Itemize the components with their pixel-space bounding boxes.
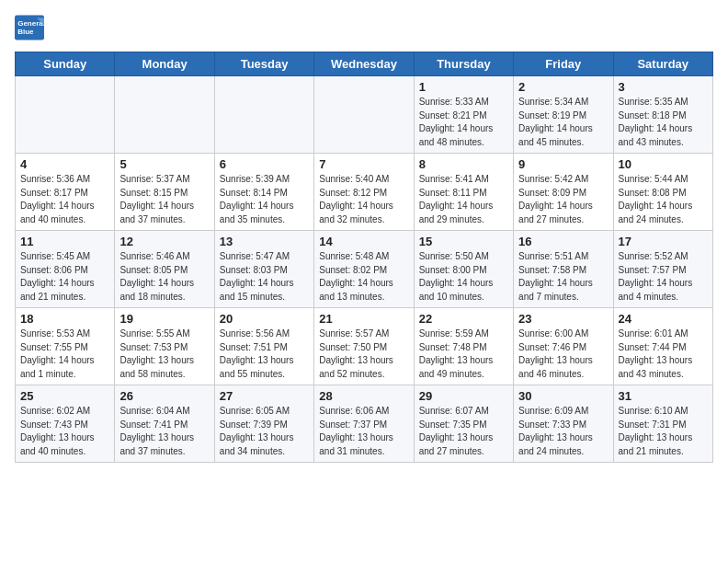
calendar-cell: 22Sunrise: 5:59 AM Sunset: 7:48 PM Dayli… — [414, 308, 513, 385]
day-number: 20 — [220, 312, 309, 326]
day-info: Sunrise: 5:46 AM Sunset: 8:05 PM Dayligh… — [119, 250, 209, 304]
day-info: Sunrise: 5:39 AM Sunset: 8:14 PM Dayligh… — [220, 173, 309, 226]
calendar-cell: 11Sunrise: 5:45 AM Sunset: 8:06 PM Dayli… — [16, 231, 115, 308]
day-info: Sunrise: 5:52 AM Sunset: 7:57 PM Dayligh… — [619, 250, 708, 304]
day-number: 12 — [119, 235, 209, 248]
weekday-header-row: SundayMondayTuesdayWednesdayThursdayFrid… — [16, 52, 713, 76]
calendar-cell: 7Sunrise: 5:40 AM Sunset: 8:12 PM Daylig… — [314, 154, 414, 231]
day-number: 3 — [619, 80, 708, 94]
calendar-cell: 26Sunrise: 6:04 AM Sunset: 7:41 PM Dayli… — [115, 385, 214, 463]
day-number: 4 — [20, 157, 109, 171]
calendar-cell: 12Sunrise: 5:46 AM Sunset: 8:05 PM Dayli… — [115, 231, 214, 308]
calendar-cell — [214, 76, 313, 154]
day-info: Sunrise: 5:35 AM Sunset: 8:18 PM Dayligh… — [619, 96, 708, 149]
day-info: Sunrise: 5:34 AM Sunset: 8:19 PM Dayligh… — [518, 96, 608, 149]
day-number: 16 — [518, 235, 608, 248]
day-number: 22 — [419, 312, 508, 326]
day-number: 19 — [119, 312, 209, 326]
calendar-cell: 23Sunrise: 6:00 AM Sunset: 7:46 PM Dayli… — [514, 308, 613, 385]
calendar-cell: 4Sunrise: 5:36 AM Sunset: 8:17 PM Daylig… — [16, 154, 115, 231]
day-info: Sunrise: 5:50 AM Sunset: 8:00 PM Dayligh… — [419, 250, 508, 304]
day-number: 26 — [119, 389, 209, 403]
calendar-cell: 1Sunrise: 5:33 AM Sunset: 8:21 PM Daylig… — [414, 76, 513, 154]
weekday-header-monday: Monday — [115, 52, 214, 76]
calendar-cell: 19Sunrise: 5:55 AM Sunset: 7:53 PM Dayli… — [115, 308, 214, 385]
day-number: 24 — [619, 312, 708, 326]
day-info: Sunrise: 5:37 AM Sunset: 8:15 PM Dayligh… — [119, 173, 209, 226]
day-info: Sunrise: 5:48 AM Sunset: 8:02 PM Dayligh… — [319, 250, 408, 304]
calendar-cell: 24Sunrise: 6:01 AM Sunset: 7:44 PM Dayli… — [613, 308, 712, 385]
day-number: 13 — [220, 235, 309, 248]
day-info: Sunrise: 5:53 AM Sunset: 7:55 PM Dayligh… — [20, 327, 109, 381]
calendar-week-row: 1Sunrise: 5:33 AM Sunset: 8:21 PM Daylig… — [16, 76, 713, 154]
day-info: Sunrise: 5:55 AM Sunset: 7:53 PM Dayligh… — [119, 327, 209, 381]
calendar-week-row: 18Sunrise: 5:53 AM Sunset: 7:55 PM Dayli… — [16, 308, 713, 385]
day-info: Sunrise: 5:59 AM Sunset: 7:48 PM Dayligh… — [419, 327, 508, 381]
day-number: 25 — [20, 389, 109, 403]
calendar-cell: 31Sunrise: 6:10 AM Sunset: 7:31 PM Dayli… — [613, 385, 712, 463]
day-number: 10 — [619, 157, 708, 171]
day-number: 28 — [319, 389, 408, 403]
page-header: General Blue — [15, 15, 713, 40]
day-info: Sunrise: 6:05 AM Sunset: 7:39 PM Dayligh… — [220, 405, 309, 458]
calendar-cell: 28Sunrise: 6:06 AM Sunset: 7:37 PM Dayli… — [314, 385, 414, 463]
weekday-header-saturday: Saturday — [613, 52, 712, 76]
day-number: 29 — [419, 389, 508, 403]
weekday-header-tuesday: Tuesday — [214, 52, 313, 76]
calendar-week-row: 25Sunrise: 6:02 AM Sunset: 7:43 PM Dayli… — [16, 385, 713, 463]
day-number: 21 — [319, 312, 408, 326]
day-info: Sunrise: 5:57 AM Sunset: 7:50 PM Dayligh… — [319, 327, 408, 381]
day-number: 5 — [119, 157, 209, 171]
calendar-cell: 25Sunrise: 6:02 AM Sunset: 7:43 PM Dayli… — [16, 385, 115, 463]
calendar-cell: 9Sunrise: 5:42 AM Sunset: 8:09 PM Daylig… — [514, 154, 613, 231]
calendar-cell: 16Sunrise: 5:51 AM Sunset: 7:58 PM Dayli… — [514, 231, 613, 308]
calendar-cell: 10Sunrise: 5:44 AM Sunset: 8:08 PM Dayli… — [613, 154, 712, 231]
logo: General Blue — [15, 15, 44, 40]
calendar-cell: 14Sunrise: 5:48 AM Sunset: 8:02 PM Dayli… — [314, 231, 414, 308]
day-number: 15 — [419, 235, 508, 248]
day-info: Sunrise: 6:00 AM Sunset: 7:46 PM Dayligh… — [518, 327, 608, 381]
weekday-header-wednesday: Wednesday — [314, 52, 414, 76]
calendar-cell: 13Sunrise: 5:47 AM Sunset: 8:03 PM Dayli… — [214, 231, 313, 308]
svg-text:Blue: Blue — [17, 28, 34, 36]
day-number: 31 — [619, 389, 708, 403]
day-number: 8 — [419, 157, 508, 171]
day-info: Sunrise: 5:36 AM Sunset: 8:17 PM Dayligh… — [20, 173, 109, 226]
day-info: Sunrise: 5:56 AM Sunset: 7:51 PM Dayligh… — [220, 327, 309, 381]
calendar-cell: 21Sunrise: 5:57 AM Sunset: 7:50 PM Dayli… — [314, 308, 414, 385]
day-info: Sunrise: 5:45 AM Sunset: 8:06 PM Dayligh… — [20, 250, 109, 304]
weekday-header-thursday: Thursday — [414, 52, 513, 76]
day-number: 27 — [220, 389, 309, 403]
day-number: 17 — [619, 235, 708, 248]
calendar-cell: 29Sunrise: 6:07 AM Sunset: 7:35 PM Dayli… — [414, 385, 513, 463]
day-info: Sunrise: 5:41 AM Sunset: 8:11 PM Dayligh… — [419, 173, 508, 226]
calendar-cell — [16, 76, 115, 154]
weekday-header-sunday: Sunday — [16, 52, 115, 76]
day-number: 23 — [518, 312, 608, 326]
day-info: Sunrise: 6:04 AM Sunset: 7:41 PM Dayligh… — [119, 405, 209, 458]
day-number: 1 — [419, 80, 508, 94]
weekday-header-friday: Friday — [514, 52, 613, 76]
day-info: Sunrise: 5:42 AM Sunset: 8:09 PM Dayligh… — [518, 173, 608, 226]
calendar-cell: 27Sunrise: 6:05 AM Sunset: 7:39 PM Dayli… — [214, 385, 313, 463]
calendar-cell — [115, 76, 214, 154]
day-info: Sunrise: 6:01 AM Sunset: 7:44 PM Dayligh… — [619, 327, 708, 381]
day-number: 11 — [20, 235, 109, 248]
day-info: Sunrise: 6:10 AM Sunset: 7:31 PM Dayligh… — [619, 405, 708, 458]
calendar-cell: 3Sunrise: 5:35 AM Sunset: 8:18 PM Daylig… — [613, 76, 712, 154]
day-info: Sunrise: 6:07 AM Sunset: 7:35 PM Dayligh… — [419, 405, 508, 458]
calendar-cell: 30Sunrise: 6:09 AM Sunset: 7:33 PM Dayli… — [514, 385, 613, 463]
calendar-cell: 20Sunrise: 5:56 AM Sunset: 7:51 PM Dayli… — [214, 308, 313, 385]
day-number: 18 — [20, 312, 109, 326]
calendar-cell: 18Sunrise: 5:53 AM Sunset: 7:55 PM Dayli… — [16, 308, 115, 385]
logo-icon: General Blue — [15, 15, 44, 40]
day-info: Sunrise: 5:44 AM Sunset: 8:08 PM Dayligh… — [619, 173, 708, 226]
day-info: Sunrise: 5:51 AM Sunset: 7:58 PM Dayligh… — [518, 250, 608, 304]
day-info: Sunrise: 6:09 AM Sunset: 7:33 PM Dayligh… — [518, 405, 608, 458]
day-number: 30 — [518, 389, 608, 403]
calendar-cell: 17Sunrise: 5:52 AM Sunset: 7:57 PM Dayli… — [613, 231, 712, 308]
day-info: Sunrise: 6:06 AM Sunset: 7:37 PM Dayligh… — [319, 405, 408, 458]
day-info: Sunrise: 6:02 AM Sunset: 7:43 PM Dayligh… — [20, 405, 109, 458]
day-number: 6 — [220, 157, 309, 171]
calendar-cell: 15Sunrise: 5:50 AM Sunset: 8:00 PM Dayli… — [414, 231, 513, 308]
